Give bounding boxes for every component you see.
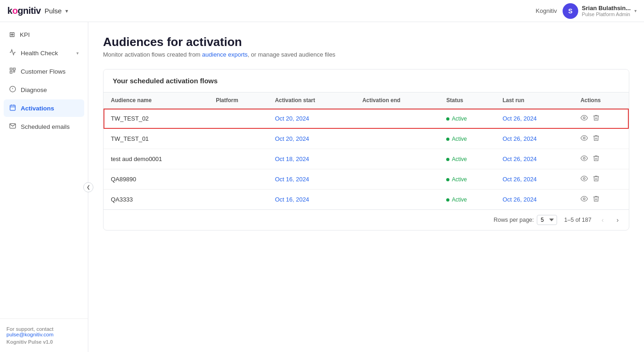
status-dot: [446, 138, 449, 141]
svg-point-11: [583, 137, 585, 139]
delete-icon[interactable]: [592, 175, 600, 184]
status-dot: [446, 158, 449, 161]
activations-icon: [9, 104, 16, 112]
app-name: Pulse: [45, 7, 62, 15]
svg-rect-2: [10, 71, 12, 73]
cell-status: Active: [439, 149, 495, 169]
delete-icon[interactable]: [592, 114, 600, 123]
svg-rect-1: [13, 68, 15, 70]
col-activation-start: Activation start: [268, 92, 355, 109]
view-icon[interactable]: [581, 195, 588, 204]
support-email[interactable]: pulse@kognitiv.com: [6, 332, 53, 337]
sidebar: ❮ ⊞ KPI Health Check ▾ Customer Flows: [0, 22, 88, 352]
status-badge: Active: [446, 176, 467, 183]
svg-point-12: [583, 157, 585, 159]
cell-actions: [573, 169, 629, 190]
cell-actions: [573, 109, 629, 129]
col-last-run: Last run: [495, 92, 573, 109]
svg-rect-6: [10, 105, 15, 110]
action-icons: [581, 195, 621, 204]
user-info: Srian Bulathsin... Pulse Platform Admin: [582, 5, 631, 17]
cell-actions: [573, 190, 629, 210]
table-row: TW_TEST_01 Oct 20, 2024 Active Oct 26, 2…: [104, 129, 629, 149]
cell-platform: [208, 190, 267, 210]
sidebar-item-health-check[interactable]: Health Check ▾: [4, 44, 84, 62]
cell-platform: [208, 129, 267, 149]
status-dot: [446, 178, 449, 181]
customer-flows-icon: [9, 67, 16, 75]
sidebar-item-label: KPI: [20, 31, 79, 38]
page-title: Audiences for activation: [103, 35, 629, 49]
table-row: TW_TEST_02 Oct 20, 2024 Active Oct 26, 2…: [104, 109, 629, 129]
table-body: TW_TEST_02 Oct 20, 2024 Active Oct 26, 2…: [104, 109, 629, 210]
col-actions: Actions: [573, 92, 629, 109]
cell-actions: [573, 149, 629, 169]
sidebar-item-customer-flows[interactable]: Customer Flows: [4, 63, 84, 80]
view-icon[interactable]: [581, 175, 588, 184]
status-dot: [446, 198, 449, 202]
sidebar-item-diagnose[interactable]: Diagnose: [4, 81, 84, 98]
logo-text: kognitiv: [7, 6, 41, 16]
support-text: For support, contact pulse@kognitiv.com: [6, 326, 81, 337]
cell-platform: [208, 169, 267, 190]
sidebar-item-activations[interactable]: Activations: [4, 99, 84, 117]
version-label: Kognitiv Pulse v1.0: [6, 339, 81, 345]
table-footer: Rows per page: 5 10 25 1–5 of 187 ‹ ›: [104, 209, 629, 230]
sidebar-item-label: Diagnose: [21, 87, 79, 93]
action-icons: [581, 155, 621, 163]
app-chevron-icon[interactable]: ▾: [65, 8, 68, 14]
sidebar-item-kpi[interactable]: ⊞ KPI: [4, 26, 84, 43]
delete-icon[interactable]: [592, 155, 600, 163]
diagnose-icon: [9, 86, 16, 94]
action-icons: [581, 114, 621, 123]
sidebar-nav: ⊞ KPI Health Check ▾ Customer Flows: [0, 26, 88, 318]
pagination-prev-button[interactable]: ‹: [599, 214, 607, 225]
col-platform: Platform: [208, 92, 267, 109]
logo: kognitiv: [7, 6, 41, 16]
health-check-chevron-icon: ▾: [76, 51, 79, 56]
cell-activation-start: Oct 16, 2024: [268, 190, 355, 210]
status-dot: [446, 117, 449, 121]
cell-activation-end: [355, 169, 439, 190]
kognitiv-link[interactable]: Kognitiv: [536, 7, 557, 14]
table-row: QA89890 Oct 16, 2024 Active Oct 26, 2024: [104, 169, 629, 190]
main-content: Audiences for activation Monitor activat…: [88, 22, 644, 352]
activations-table: Audience name Platform Activation start …: [104, 92, 629, 209]
pagination-next-button[interactable]: ›: [614, 214, 621, 225]
status-badge: Active: [446, 136, 467, 142]
sidebar-collapse-button[interactable]: ❮: [83, 182, 93, 192]
svg-rect-0: [10, 68, 12, 70]
sidebar-footer: For support, contact pulse@kognitiv.com …: [0, 318, 88, 352]
scheduled-emails-icon: [9, 122, 16, 131]
cell-audience-name: TW_TEST_02: [104, 109, 208, 129]
svg-point-14: [583, 198, 585, 200]
col-audience-name: Audience name: [104, 92, 208, 109]
user-name: Srian Bulathsin...: [582, 5, 631, 12]
delete-icon[interactable]: [592, 195, 600, 204]
cell-activation-start: Oct 20, 2024: [268, 109, 355, 129]
audience-exports-link[interactable]: audience exports: [202, 51, 247, 58]
delete-icon[interactable]: [592, 134, 600, 143]
action-icons: [581, 134, 621, 143]
action-icons: [581, 175, 621, 184]
view-icon[interactable]: [581, 114, 588, 123]
cell-platform: [208, 149, 267, 169]
topbar-right: Kognitiv S Srian Bulathsin... Pulse Plat…: [536, 3, 637, 19]
cell-status: Active: [439, 190, 495, 210]
cell-activation-start: Oct 20, 2024: [268, 129, 355, 149]
svg-point-10: [583, 117, 585, 119]
cell-activation-end: [355, 109, 439, 129]
user-block[interactable]: S Srian Bulathsin... Pulse Platform Admi…: [563, 3, 637, 19]
cell-last-run: Oct 26, 2024: [495, 109, 573, 129]
sidebar-item-label: Scheduled emails: [21, 123, 79, 130]
cell-status: Active: [439, 169, 495, 190]
rows-per-page: Rows per page: 5 10 25: [494, 215, 557, 225]
view-icon[interactable]: [581, 155, 588, 163]
table-row: test aud demo0001 Oct 18, 2024 Active Oc…: [104, 149, 629, 169]
rows-per-page-select[interactable]: 5 10 25: [537, 215, 557, 225]
view-icon[interactable]: [581, 134, 588, 143]
sidebar-item-scheduled-emails[interactable]: Scheduled emails: [4, 118, 84, 135]
cell-last-run: Oct 26, 2024: [495, 190, 573, 210]
svg-point-13: [583, 178, 585, 179]
cell-last-run: Oct 26, 2024: [495, 149, 573, 169]
